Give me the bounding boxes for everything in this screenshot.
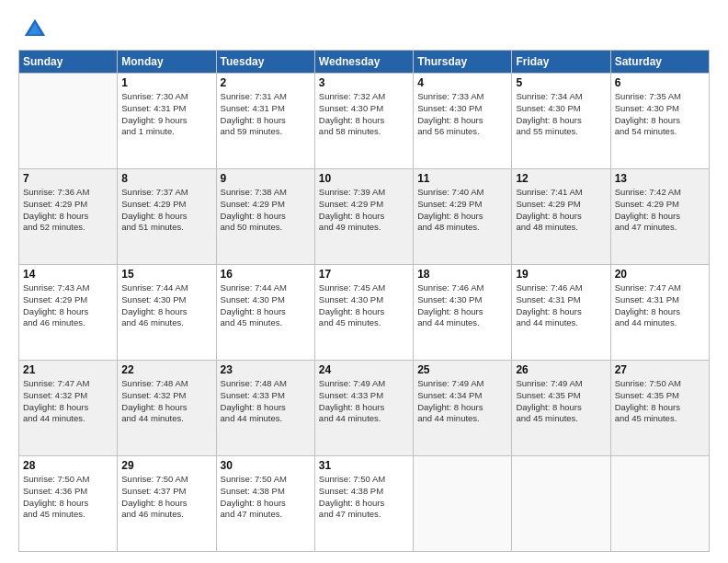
cell-info-text: Sunrise: 7:48 AM Sunset: 4:33 PM Dayligh…	[221, 378, 311, 425]
calendar-cell: 23Sunrise: 7:48 AM Sunset: 4:33 PM Dayli…	[216, 361, 314, 456]
calendar-cell: 14Sunrise: 7:43 AM Sunset: 4:29 PM Dayli…	[19, 265, 118, 361]
cell-info-text: Sunrise: 7:47 AM Sunset: 4:32 PM Dayligh…	[23, 378, 113, 425]
cell-day-number: 12	[516, 172, 606, 185]
cell-info-text: Sunrise: 7:49 AM Sunset: 4:33 PM Dayligh…	[319, 378, 409, 425]
calendar-cell: 5Sunrise: 7:34 AM Sunset: 4:30 PM Daylig…	[512, 74, 610, 169]
calendar-cell	[610, 456, 709, 552]
cell-day-number: 9	[221, 172, 311, 185]
calendar-cell: 27Sunrise: 7:50 AM Sunset: 4:35 PM Dayli…	[610, 361, 709, 456]
calendar-cell: 8Sunrise: 7:37 AM Sunset: 4:29 PM Daylig…	[118, 169, 216, 265]
calendar-week-row: 21Sunrise: 7:47 AM Sunset: 4:32 PM Dayli…	[19, 361, 710, 456]
calendar-cell: 1Sunrise: 7:30 AM Sunset: 4:31 PM Daylig…	[118, 74, 216, 169]
cell-day-number: 5	[516, 76, 606, 89]
cell-day-number: 16	[221, 268, 311, 281]
cell-day-number: 27	[615, 363, 705, 376]
cell-day-number: 29	[121, 459, 211, 472]
calendar-cell	[414, 456, 512, 552]
calendar-cell: 30Sunrise: 7:50 AM Sunset: 4:38 PM Dayli…	[216, 456, 314, 552]
cell-day-number: 19	[516, 268, 606, 281]
cell-info-text: Sunrise: 7:49 AM Sunset: 4:34 PM Dayligh…	[417, 378, 507, 425]
cell-info-text: Sunrise: 7:34 AM Sunset: 4:30 PM Dayligh…	[516, 91, 606, 138]
calendar-cell: 20Sunrise: 7:47 AM Sunset: 4:31 PM Dayli…	[610, 265, 709, 361]
cell-day-number: 22	[121, 363, 211, 376]
cell-day-number: 30	[221, 459, 311, 472]
logo	[18, 17, 48, 42]
cell-info-text: Sunrise: 7:40 AM Sunset: 4:29 PM Dayligh…	[417, 187, 507, 234]
page: SundayMondayTuesdayWednesdayThursdayFrid…	[0, 0, 728, 563]
cell-day-number: 13	[615, 172, 705, 185]
cell-day-number: 17	[319, 268, 409, 281]
cell-day-number: 24	[319, 363, 409, 376]
calendar-cell: 24Sunrise: 7:49 AM Sunset: 4:33 PM Dayli…	[314, 361, 413, 456]
calendar-cell	[512, 456, 610, 552]
calendar-cell: 6Sunrise: 7:35 AM Sunset: 4:30 PM Daylig…	[610, 74, 709, 169]
cell-day-number: 26	[516, 363, 606, 376]
header	[18, 17, 710, 42]
cell-info-text: Sunrise: 7:39 AM Sunset: 4:29 PM Dayligh…	[319, 187, 409, 234]
cell-day-number: 21	[23, 363, 113, 376]
calendar-week-row: 28Sunrise: 7:50 AM Sunset: 4:36 PM Dayli…	[19, 456, 710, 552]
weekday-header-friday: Friday	[512, 51, 610, 74]
calendar-cell: 26Sunrise: 7:49 AM Sunset: 4:35 PM Dayli…	[512, 361, 610, 456]
cell-info-text: Sunrise: 7:44 AM Sunset: 4:30 PM Dayligh…	[121, 282, 211, 329]
cell-day-number: 11	[417, 172, 507, 185]
calendar-cell: 31Sunrise: 7:50 AM Sunset: 4:38 PM Dayli…	[314, 456, 413, 552]
cell-info-text: Sunrise: 7:31 AM Sunset: 4:31 PM Dayligh…	[221, 91, 311, 138]
calendar-cell: 9Sunrise: 7:38 AM Sunset: 4:29 PM Daylig…	[216, 169, 314, 265]
cell-day-number: 25	[417, 363, 507, 376]
calendar-week-row: 1Sunrise: 7:30 AM Sunset: 4:31 PM Daylig…	[19, 74, 710, 169]
cell-day-number: 14	[23, 268, 113, 281]
weekday-header-tuesday: Tuesday	[216, 51, 314, 74]
cell-info-text: Sunrise: 7:37 AM Sunset: 4:29 PM Dayligh…	[121, 187, 211, 234]
calendar-cell: 22Sunrise: 7:48 AM Sunset: 4:32 PM Dayli…	[118, 361, 216, 456]
cell-day-number: 20	[615, 268, 705, 281]
cell-info-text: Sunrise: 7:38 AM Sunset: 4:29 PM Dayligh…	[221, 187, 311, 234]
calendar-week-row: 14Sunrise: 7:43 AM Sunset: 4:29 PM Dayli…	[19, 265, 710, 361]
cell-day-number: 23	[221, 363, 311, 376]
cell-info-text: Sunrise: 7:42 AM Sunset: 4:29 PM Dayligh…	[615, 187, 705, 234]
calendar-cell: 12Sunrise: 7:41 AM Sunset: 4:29 PM Dayli…	[512, 169, 610, 265]
calendar-cell: 7Sunrise: 7:36 AM Sunset: 4:29 PM Daylig…	[19, 169, 118, 265]
cell-info-text: Sunrise: 7:50 AM Sunset: 4:38 PM Dayligh…	[319, 474, 409, 521]
weekday-header-monday: Monday	[118, 51, 216, 74]
calendar-cell: 29Sunrise: 7:50 AM Sunset: 4:37 PM Dayli…	[118, 456, 216, 552]
calendar-cell	[19, 74, 118, 169]
cell-info-text: Sunrise: 7:43 AM Sunset: 4:29 PM Dayligh…	[23, 282, 113, 329]
cell-info-text: Sunrise: 7:45 AM Sunset: 4:30 PM Dayligh…	[319, 282, 409, 329]
calendar-cell: 19Sunrise: 7:46 AM Sunset: 4:31 PM Dayli…	[512, 265, 610, 361]
cell-day-number: 4	[417, 76, 507, 89]
calendar-cell: 13Sunrise: 7:42 AM Sunset: 4:29 PM Dayli…	[610, 169, 709, 265]
cell-info-text: Sunrise: 7:50 AM Sunset: 4:37 PM Dayligh…	[121, 474, 211, 521]
calendar-cell: 18Sunrise: 7:46 AM Sunset: 4:30 PM Dayli…	[414, 265, 512, 361]
logo-icon	[22, 17, 48, 42]
cell-day-number: 3	[319, 76, 409, 89]
cell-info-text: Sunrise: 7:32 AM Sunset: 4:30 PM Dayligh…	[319, 91, 409, 138]
cell-day-number: 2	[221, 76, 311, 89]
calendar-cell: 17Sunrise: 7:45 AM Sunset: 4:30 PM Dayli…	[314, 265, 413, 361]
cell-day-number: 18	[417, 268, 507, 281]
cell-info-text: Sunrise: 7:50 AM Sunset: 4:36 PM Dayligh…	[23, 474, 113, 521]
calendar-cell: 2Sunrise: 7:31 AM Sunset: 4:31 PM Daylig…	[216, 74, 314, 169]
cell-info-text: Sunrise: 7:33 AM Sunset: 4:30 PM Dayligh…	[417, 91, 507, 138]
calendar-table: SundayMondayTuesdayWednesdayThursdayFrid…	[18, 50, 710, 552]
cell-day-number: 1	[121, 76, 211, 89]
cell-info-text: Sunrise: 7:47 AM Sunset: 4:31 PM Dayligh…	[615, 282, 705, 329]
cell-info-text: Sunrise: 7:36 AM Sunset: 4:29 PM Dayligh…	[23, 187, 113, 234]
weekday-header-thursday: Thursday	[414, 51, 512, 74]
cell-info-text: Sunrise: 7:30 AM Sunset: 4:31 PM Dayligh…	[121, 91, 211, 138]
calendar-cell: 10Sunrise: 7:39 AM Sunset: 4:29 PM Dayli…	[314, 169, 413, 265]
calendar-cell: 3Sunrise: 7:32 AM Sunset: 4:30 PM Daylig…	[314, 74, 413, 169]
cell-day-number: 6	[615, 76, 705, 89]
calendar-cell: 16Sunrise: 7:44 AM Sunset: 4:30 PM Dayli…	[216, 265, 314, 361]
cell-day-number: 7	[23, 172, 113, 185]
cell-day-number: 15	[121, 268, 211, 281]
calendar-header-row: SundayMondayTuesdayWednesdayThursdayFrid…	[19, 51, 710, 74]
cell-info-text: Sunrise: 7:35 AM Sunset: 4:30 PM Dayligh…	[615, 91, 705, 138]
cell-info-text: Sunrise: 7:46 AM Sunset: 4:30 PM Dayligh…	[417, 282, 507, 329]
calendar-cell: 15Sunrise: 7:44 AM Sunset: 4:30 PM Dayli…	[118, 265, 216, 361]
cell-day-number: 31	[319, 459, 409, 472]
cell-info-text: Sunrise: 7:41 AM Sunset: 4:29 PM Dayligh…	[516, 187, 606, 234]
weekday-header-wednesday: Wednesday	[314, 51, 413, 74]
cell-day-number: 28	[23, 459, 113, 472]
cell-info-text: Sunrise: 7:50 AM Sunset: 4:38 PM Dayligh…	[221, 474, 311, 521]
